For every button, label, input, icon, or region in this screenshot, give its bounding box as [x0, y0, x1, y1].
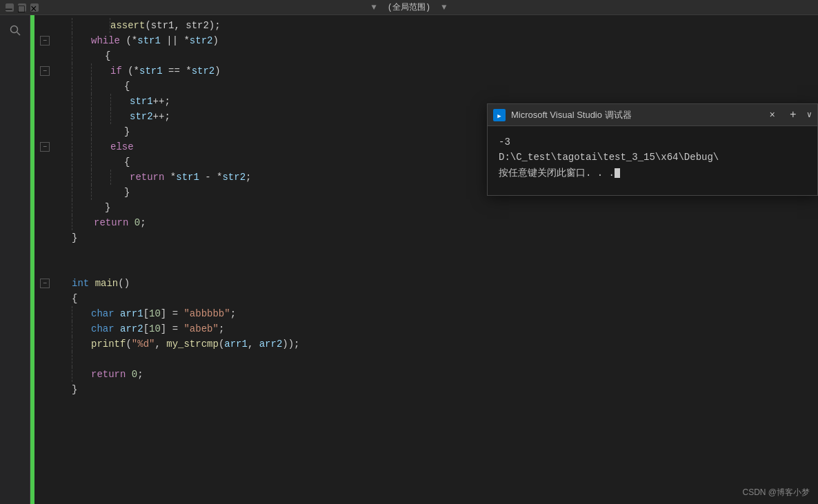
debug-close-button[interactable]: ×: [766, 108, 779, 122]
debug-chevron-button[interactable]: ∨: [807, 110, 812, 120]
code-line-empty2: [40, 261, 818, 276]
code-line-2: − while (*str1 || *str2): [40, 33, 818, 48]
code-line-24: return 0;: [40, 367, 818, 382]
code-line-21: char arr2[10] = "abeb";: [40, 321, 818, 336]
debug-window: ▶ Microsoft Visual Studio 调试器 × + ∨ -3 D…: [487, 103, 818, 196]
code-line-22: printf("%d", my_strcmp(arr1, arr2));: [40, 336, 818, 352]
svg-point-0: [10, 26, 17, 33]
svg-text:▶: ▶: [497, 113, 501, 120]
terminal-cursor: [615, 168, 620, 178]
code-line-19: {: [40, 291, 818, 306]
watermark: CSDN @博客小梦: [742, 487, 810, 498]
code-line-14: return 0;: [40, 215, 818, 230]
fold-btn-else[interactable]: −: [40, 142, 50, 152]
vs-icon: ▶: [493, 109, 506, 121]
svg-line-1: [17, 32, 20, 36]
search-icon[interactable]: [3, 18, 28, 43]
title-bar: ─ □ × ▼ (全局范围) ▼: [0, 0, 818, 15]
code-line-5: {: [40, 79, 818, 94]
maximize-btn[interactable]: □: [18, 3, 26, 12]
code-line-25: }: [40, 382, 818, 397]
code-line-empty1: [40, 245, 818, 261]
code-line-1: assert(str1, str2);: [40, 18, 818, 33]
debug-title: Microsoft Visual Studio 调试器: [511, 109, 760, 121]
code-line-15: }: [40, 230, 818, 245]
code-line-empty3: [40, 352, 818, 367]
fold-btn-main[interactable]: −: [40, 279, 50, 288]
code-line-20: char arr1[10] = "abbbbb";: [40, 306, 818, 321]
minimize-btn[interactable]: ─: [6, 3, 14, 12]
editor-container: assert(str1, str2); − while (*str1 || *s…: [0, 15, 818, 504]
code-line-main: − int main(): [40, 276, 818, 291]
scope-label: (全局范围): [388, 1, 430, 13]
title-bar-scope: ▼ (全局范围) ▼: [372, 1, 447, 13]
fold-btn-while[interactable]: −: [40, 36, 50, 46]
debug-add-button[interactable]: +: [785, 108, 801, 122]
debug-output-area: -3 D:\C_test\tagotai\test_3_15\x64\Debug…: [488, 126, 817, 195]
code-line-13: }: [40, 200, 818, 215]
debug-titlebar: ▶ Microsoft Visual Studio 调试器 × + ∨: [488, 104, 817, 126]
debug-output-line-1: -3: [499, 134, 806, 150]
debug-output-line-2: D:\C_test\tagotai\test_3_15\x64\Debug\: [499, 150, 806, 165]
fold-btn-if[interactable]: −: [40, 66, 50, 76]
close-btn[interactable]: ×: [30, 3, 39, 12]
left-sidebar: [0, 15, 30, 504]
debug-output-line-3: 按任意键关闭此窗口. . .: [499, 165, 806, 181]
code-line-3: {: [40, 48, 818, 63]
code-area: assert(str1, str2); − while (*str1 || *s…: [34, 15, 818, 504]
title-bar-controls: ─ □ ×: [6, 3, 39, 12]
code-line-4: − if (*str1 == *str2): [40, 63, 818, 79]
